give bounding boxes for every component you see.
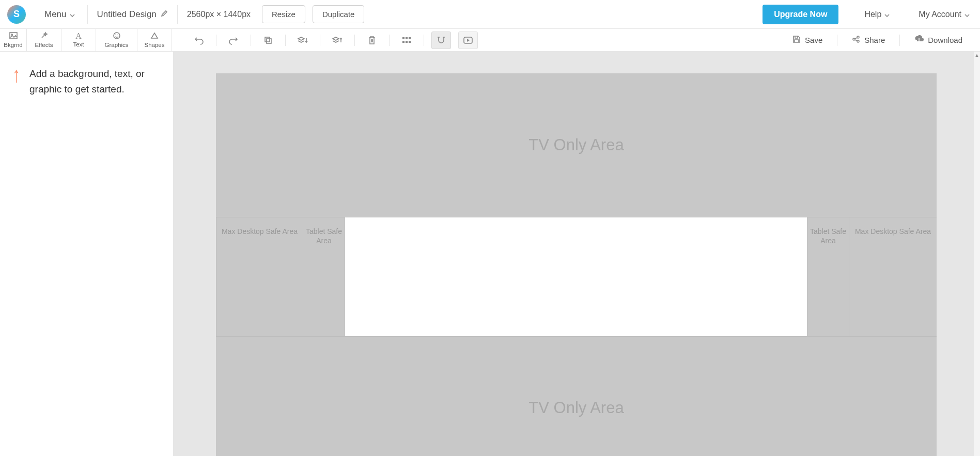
duplicate-button[interactable]: Duplicate (313, 5, 365, 23)
tab-label: Bkgrnd (4, 42, 22, 49)
menu-dropdown[interactable]: Menu (41, 6, 78, 23)
left-tool-tabs: Bkgrnd Effects A Text Graphics Shapes (0, 29, 174, 51)
upgrade-button[interactable]: Upgrade Now (763, 5, 838, 24)
design-title: Untitled Design (97, 9, 157, 20)
tab-background[interactable]: Bkgrnd (0, 29, 27, 51)
svg-rect-8 (406, 37, 408, 39)
svg-point-2 (114, 33, 120, 39)
divider (354, 35, 355, 46)
artboard[interactable]: TV Only Area Max Desktop Safe Area Table… (216, 73, 937, 456)
tab-shapes[interactable]: Shapes (137, 29, 172, 51)
share-icon (852, 35, 860, 45)
canvas-toolbar (174, 29, 789, 51)
grid-button[interactable] (397, 32, 416, 49)
layer-up-button[interactable] (328, 32, 347, 49)
max-desktop-safe-left: Max Desktop Safe Area (216, 217, 303, 336)
share-button[interactable]: Share (849, 33, 888, 47)
caret-down-icon (70, 9, 75, 20)
header-right-links: Help My Account (838, 7, 975, 22)
svg-rect-6 (267, 39, 271, 43)
divider (899, 35, 900, 46)
svg-rect-10 (402, 41, 405, 43)
tab-text[interactable]: A Text (61, 29, 96, 51)
text-icon: A (75, 32, 82, 40)
tab-label: Shapes (144, 42, 164, 49)
scroll-up-arrow-icon[interactable]: ▲ (974, 52, 980, 59)
resize-button[interactable]: Resize (262, 5, 305, 23)
save-icon (792, 35, 801, 45)
delete-button[interactable] (362, 32, 382, 49)
caret-down-icon (884, 10, 890, 19)
svg-rect-11 (406, 41, 408, 43)
tab-label: Effects (35, 42, 53, 49)
layer-down-button[interactable] (293, 32, 313, 49)
design-title-wrap[interactable]: Untitled Design (97, 9, 168, 20)
safe-area-row: Max Desktop Safe Area Tablet Safe Area T… (216, 217, 937, 337)
help-dropdown[interactable]: Help (859, 7, 895, 22)
tab-graphics[interactable]: Graphics (96, 29, 137, 51)
divider (87, 5, 88, 24)
save-label: Save (805, 36, 822, 44)
right-actions: Save Share Download (789, 29, 980, 51)
svg-point-16 (857, 40, 859, 42)
wand-icon (40, 32, 48, 41)
divider (837, 35, 837, 46)
arrow-up-icon: ↑ (12, 62, 20, 87)
svg-rect-5 (265, 37, 270, 42)
divider (216, 35, 216, 46)
pencil-icon (161, 9, 168, 20)
canvas-dimensions: 2560px × 1440px (187, 10, 251, 19)
tab-label: Text (73, 42, 84, 48)
undo-button[interactable] (189, 32, 209, 49)
svg-point-14 (853, 38, 855, 40)
youtube-button[interactable] (458, 32, 478, 49)
max-desktop-safe-right: Max Desktop Safe Area (849, 217, 937, 336)
image-icon (9, 32, 18, 41)
tab-label: Graphics (104, 42, 128, 49)
vertical-scrollbar[interactable]: ▲ (974, 52, 980, 456)
divider (424, 35, 424, 46)
svg-rect-7 (402, 37, 405, 39)
divider (251, 35, 251, 46)
share-label: Share (864, 36, 885, 44)
side-hint-text: Add a background, text, or graphic to ge… (29, 66, 161, 98)
tv-only-area-bottom: TV Only Area (216, 337, 937, 456)
save-button[interactable]: Save (789, 33, 826, 47)
divider (389, 35, 390, 46)
menu-label: Menu (44, 9, 67, 20)
account-dropdown[interactable]: My Account (913, 7, 975, 22)
divider (320, 35, 320, 46)
side-panel: ↑ Add a background, text, or graphic to … (0, 52, 174, 456)
download-icon (914, 35, 924, 45)
account-label: My Account (919, 10, 961, 19)
tablet-safe-right: Tablet Safe Area (807, 217, 849, 336)
svg-point-4 (117, 35, 118, 35)
app-logo[interactable]: S (7, 5, 26, 24)
svg-point-15 (857, 36, 859, 38)
divider (285, 35, 286, 46)
triangle-icon (150, 32, 159, 41)
divider (177, 5, 178, 24)
tv-only-area-top: TV Only Area (216, 73, 937, 217)
help-label: Help (864, 10, 881, 19)
canvas-viewport[interactable]: TV Only Area Max Desktop Safe Area Table… (174, 52, 980, 456)
svg-rect-12 (409, 41, 411, 43)
smiley-icon (113, 32, 121, 41)
tab-effects[interactable]: Effects (27, 29, 61, 51)
svg-point-3 (115, 35, 116, 35)
copy-button[interactable] (258, 32, 278, 49)
main-area: ↑ Add a background, text, or graphic to … (0, 52, 980, 456)
svg-point-1 (11, 34, 12, 36)
svg-rect-9 (409, 37, 411, 39)
tablet-safe-left: Tablet Safe Area (303, 217, 345, 336)
snap-button[interactable] (431, 32, 451, 49)
top-header: S Menu Untitled Design 2560px × 1440px R… (0, 0, 980, 29)
download-button[interactable]: Download (911, 33, 966, 47)
center-content-area[interactable] (345, 217, 807, 336)
caret-down-icon (965, 10, 970, 19)
download-label: Download (928, 36, 962, 44)
redo-button[interactable] (224, 32, 243, 49)
secondary-toolbar: Bkgrnd Effects A Text Graphics Shapes (0, 29, 980, 52)
